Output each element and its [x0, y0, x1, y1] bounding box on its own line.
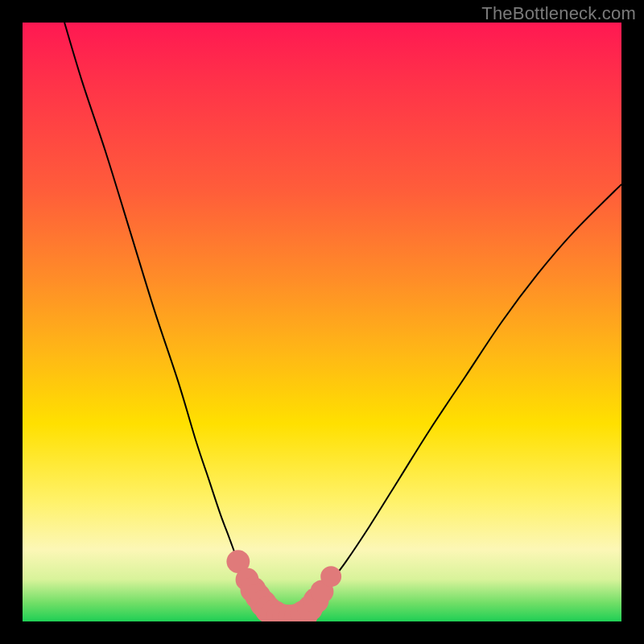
plot-area: [23, 23, 621, 621]
watermark-label: TheBottleneck.com: [481, 3, 636, 24]
curve-left-branch: [64, 23, 274, 616]
curve-right-branch: [304, 184, 621, 616]
curve-svg: [23, 23, 621, 621]
chart-container: TheBottleneck.com: [0, 0, 644, 644]
marker-dot: [320, 566, 341, 587]
